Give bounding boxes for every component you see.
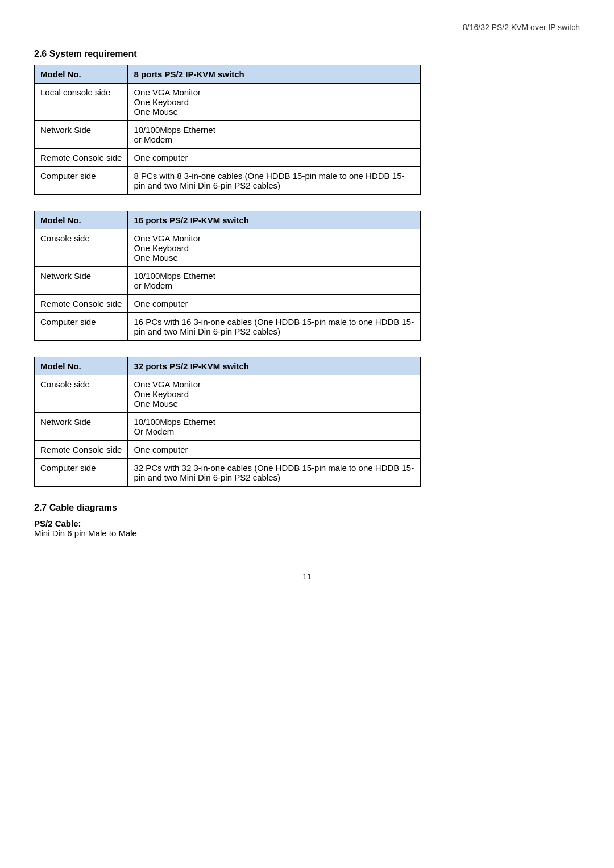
row-label: Computer side (35, 313, 128, 341)
row-value: 8 PCs with 8 3-in-one cables (One HDDB 1… (128, 167, 421, 195)
table16-col1-header: Model No. (35, 211, 128, 229)
table8-col2-header: 8 ports PS/2 IP-KVM switch (128, 65, 421, 84)
row-value: 16 PCs with 16 3-in-one cables (One HDDB… (128, 313, 421, 341)
row-label: Console side (35, 375, 128, 413)
row-label: Network Side (35, 267, 128, 295)
page-number: 11 (34, 572, 580, 581)
table-row: Network Side10/100Mbps Ethernetor Modem (35, 267, 421, 295)
row-value: One VGA MonitorOne KeyboardOne Mouse (128, 229, 421, 267)
row-label: Network Side (35, 121, 128, 149)
table-16port: Model No. 16 ports PS/2 IP-KVM switch Co… (34, 211, 421, 341)
table-row: Console sideOne VGA MonitorOne KeyboardO… (35, 229, 421, 267)
cable-label: PS/2 Cable: (34, 519, 580, 528)
section-27-title: 2.7 Cable diagrams (34, 503, 580, 513)
row-value: One VGA MonitorOne KeyboardOne Mouse (128, 375, 421, 413)
row-value: 32 PCs with 32 3-in-one cables (One HDDB… (128, 459, 421, 487)
table-row: Network Side10/100Mbps EthernetOr Modem (35, 413, 421, 441)
table-row: Remote Console sideOne computer (35, 295, 421, 313)
table-8port: Model No. 8 ports PS/2 IP-KVM switch Loc… (34, 65, 421, 195)
row-value: 10/100Mbps Ethernetor Modem (128, 121, 421, 149)
page-header: 8/16/32 PS/2 KVM over IP switch (34, 23, 580, 32)
cable-desc: Mini Din 6 pin Male to Male (34, 528, 580, 538)
table-row: Network Side10/100Mbps Ethernetor Modem (35, 121, 421, 149)
row-label: Computer side (35, 167, 128, 195)
row-value: One computer (128, 149, 421, 167)
row-value: 10/100Mbps Ethernetor Modem (128, 267, 421, 295)
row-label: Network Side (35, 413, 128, 441)
row-label: Remote Console side (35, 149, 128, 167)
row-value: One VGA MonitorOne KeyboardOne Mouse (128, 84, 421, 121)
row-value: 10/100Mbps EthernetOr Modem (128, 413, 421, 441)
table32-col2-header: 32 ports PS/2 IP-KVM switch (128, 357, 421, 375)
table-row: Computer side32 PCs with 32 3-in-one cab… (35, 459, 421, 487)
row-label: Local console side (35, 84, 128, 121)
row-label: Console side (35, 229, 128, 267)
table8-col1-header: Model No. (35, 65, 128, 84)
table-row: Remote Console sideOne computer (35, 441, 421, 459)
section-26-title: 2.6 System requirement (34, 49, 580, 59)
row-label: Computer side (35, 459, 128, 487)
table32-col1-header: Model No. (35, 357, 128, 375)
table-row: Computer side16 PCs with 16 3-in-one cab… (35, 313, 421, 341)
table-row: Local console sideOne VGA MonitorOne Key… (35, 84, 421, 121)
table-32port: Model No. 32 ports PS/2 IP-KVM switch Co… (34, 357, 421, 487)
table16-col2-header: 16 ports PS/2 IP-KVM switch (128, 211, 421, 229)
table-row: Console sideOne VGA MonitorOne KeyboardO… (35, 375, 421, 413)
row-value: One computer (128, 441, 421, 459)
table-row: Computer side8 PCs with 8 3-in-one cable… (35, 167, 421, 195)
row-label: Remote Console side (35, 295, 128, 313)
row-label: Remote Console side (35, 441, 128, 459)
cable-diagrams-section: PS/2 Cable: Mini Din 6 pin Male to Male (34, 519, 580, 538)
row-value: One computer (128, 295, 421, 313)
table-row: Remote Console sideOne computer (35, 149, 421, 167)
header-title: 8/16/32 PS/2 KVM over IP switch (463, 23, 580, 32)
